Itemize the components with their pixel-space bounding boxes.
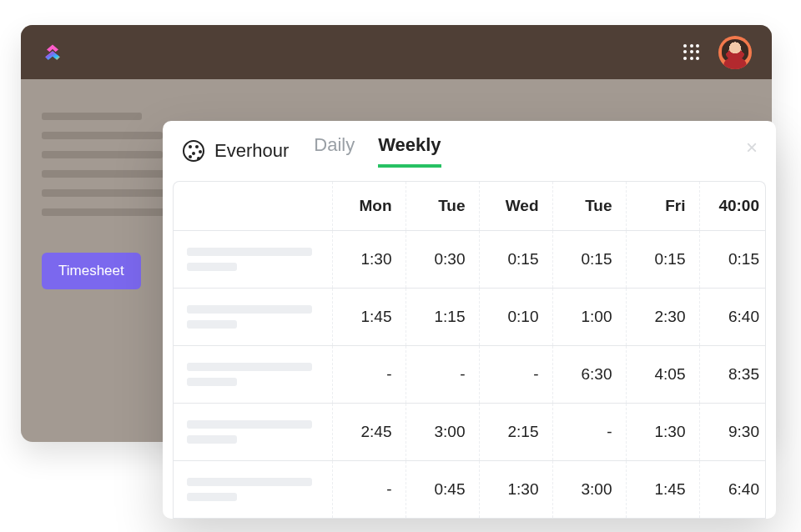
skeleton-line — [42, 189, 175, 197]
view-tabs: Daily Weekly — [314, 134, 441, 168]
time-cell[interactable]: 1:45 — [626, 461, 699, 519]
time-cell[interactable]: - — [479, 346, 552, 404]
row-total-cell: 6:40 — [699, 461, 766, 519]
skeleton-line — [42, 113, 142, 120]
task-cell[interactable] — [174, 289, 332, 346]
panel-header: Everhour Daily Weekly × — [163, 121, 776, 178]
row-total-cell: 0:15 — [699, 231, 766, 289]
table-row: 1:451:150:101:002:306:40 — [174, 289, 766, 346]
task-cell[interactable] — [174, 346, 332, 404]
table-row: ---6:304:058:35 — [174, 346, 766, 404]
skeleton-line — [42, 132, 163, 139]
time-cell[interactable]: 2:15 — [479, 404, 552, 461]
time-cell[interactable]: 0:30 — [406, 231, 479, 289]
user-avatar[interactable] — [718, 36, 752, 69]
time-cell[interactable]: 2:45 — [332, 404, 406, 461]
time-cell[interactable]: 1:00 — [552, 289, 626, 346]
tab-daily[interactable]: Daily — [314, 134, 355, 168]
time-cell[interactable]: - — [552, 404, 626, 461]
row-total-cell: 8:35 — [699, 346, 766, 404]
time-cell[interactable]: - — [406, 346, 479, 404]
time-cell[interactable]: 1:30 — [479, 461, 552, 519]
header-row: Mon Tue Wed Tue Fri 40:00 — [174, 182, 766, 231]
time-cell[interactable]: 2:30 — [626, 289, 699, 346]
time-cell[interactable]: 3:00 — [406, 404, 479, 461]
header-total: 40:00 — [699, 182, 766, 231]
time-cell[interactable]: 6:30 — [552, 346, 626, 404]
table-row: -0:451:303:001:456:40 — [174, 461, 766, 519]
time-cell[interactable]: 0:15 — [552, 231, 626, 289]
time-cell[interactable]: 0:45 — [406, 461, 479, 519]
header-task — [174, 182, 332, 231]
time-cell[interactable]: 1:45 — [332, 289, 406, 346]
header-col: Tue — [406, 182, 479, 231]
time-cell[interactable]: - — [332, 346, 406, 404]
header-col: Tue — [552, 182, 626, 231]
everhour-logo-icon — [183, 140, 204, 162]
task-cell[interactable] — [174, 404, 332, 461]
brand-label: Everhour — [214, 140, 289, 162]
row-total-cell: 9:30 — [699, 404, 766, 461]
header-col: Wed — [479, 182, 552, 231]
header-col: Fri — [626, 182, 699, 231]
everhour-panel: Everhour Daily Weekly × Mon Tue Wed — [163, 121, 776, 519]
clickup-logo-icon — [41, 41, 64, 64]
time-cell[interactable]: 4:05 — [626, 346, 699, 404]
time-cell[interactable]: 1:15 — [406, 289, 479, 346]
time-cell[interactable]: 1:30 — [626, 404, 699, 461]
apps-grid-icon[interactable] — [683, 44, 700, 61]
tab-weekly[interactable]: Weekly — [378, 134, 441, 168]
skeleton-line — [42, 151, 163, 158]
task-cell[interactable] — [174, 461, 332, 519]
time-cell[interactable]: 0:10 — [479, 289, 552, 346]
timesheet-table: Mon Tue Wed Tue Fri 40:00 1:300:300:150:… — [173, 181, 766, 519]
table-row: 2:453:002:15-1:309:30 — [174, 404, 766, 461]
task-cell[interactable] — [174, 231, 332, 289]
time-cell[interactable]: 0:15 — [626, 231, 699, 289]
row-total-cell: 6:40 — [699, 289, 766, 346]
close-icon[interactable]: × — [746, 136, 758, 159]
table-row: 1:300:300:150:150:150:15 — [174, 231, 766, 289]
time-cell[interactable]: - — [332, 461, 406, 519]
time-cell[interactable]: 0:15 — [479, 231, 552, 289]
time-cell[interactable]: 3:00 — [552, 461, 626, 519]
app-header — [21, 25, 772, 79]
timesheet-button[interactable]: Timesheet — [42, 253, 141, 289]
time-cell[interactable]: 1:30 — [332, 231, 406, 289]
header-col: Mon — [332, 182, 406, 231]
